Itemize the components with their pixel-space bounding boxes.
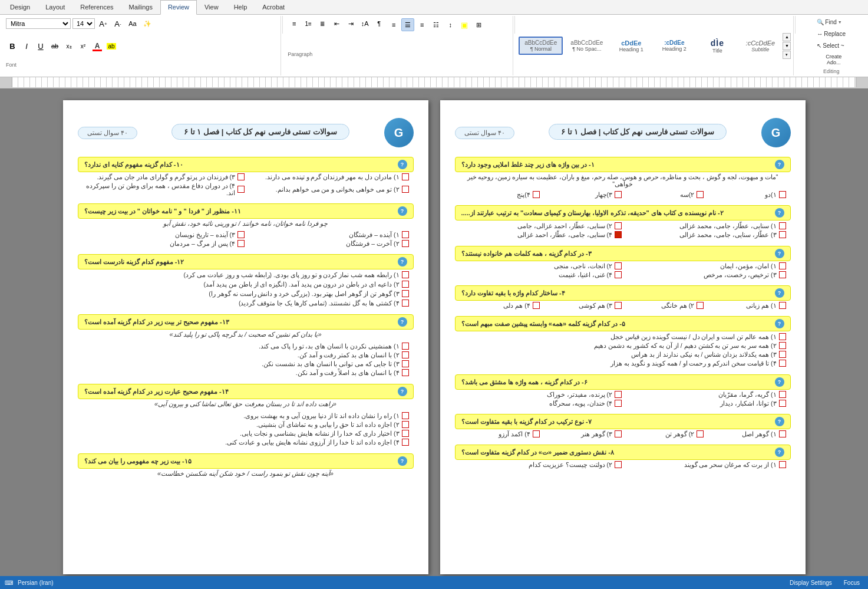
- style-heading2-swatch[interactable]: :cDdEe Heading 2: [654, 37, 695, 55]
- q8-check1[interactable]: [779, 461, 786, 468]
- q6-check2[interactable]: [615, 391, 622, 398]
- italic-btn[interactable]: I: [20, 40, 33, 52]
- q14-check3[interactable]: [402, 430, 409, 437]
- q13-check3[interactable]: [402, 360, 409, 367]
- q6-check3[interactable]: [779, 400, 786, 407]
- q7-check1[interactable]: [779, 430, 786, 437]
- q3-check1[interactable]: [779, 262, 786, 269]
- grow-font-btn[interactable]: A+: [97, 17, 110, 30]
- decrease-indent-btn[interactable]: ⇤: [330, 17, 343, 30]
- q12-check2[interactable]: [402, 281, 409, 288]
- style-subtitle-swatch[interactable]: :cCcDdEe Subtitle: [740, 37, 781, 55]
- q3-check3[interactable]: [779, 271, 786, 278]
- q3-check2[interactable]: [615, 262, 622, 269]
- borders-btn[interactable]: ⊞: [472, 18, 485, 31]
- q14-check2[interactable]: [402, 421, 409, 428]
- q7-check4[interactable]: [533, 430, 540, 437]
- font-size-select[interactable]: 14: [72, 18, 95, 29]
- find-btn[interactable]: 🔍 Find ▼: [814, 17, 849, 27]
- q4-check3[interactable]: [615, 302, 622, 309]
- clear-format-btn[interactable]: ✨: [141, 17, 154, 30]
- strikethrough-btn[interactable]: ab: [48, 40, 61, 52]
- change-case-btn[interactable]: Aa: [126, 17, 139, 30]
- font-name-select[interactable]: Mitra: [6, 18, 71, 29]
- q14-check4[interactable]: [402, 439, 409, 446]
- tab-layout[interactable]: Layout: [38, 0, 72, 14]
- style-normal-swatch[interactable]: aBbCcDdEe ¶ Normal: [519, 37, 563, 55]
- create-btn[interactable]: CreateAdo...: [823, 52, 844, 67]
- shrink-font-btn[interactable]: A-: [111, 17, 124, 30]
- justify-btn[interactable]: ☷: [430, 18, 443, 31]
- font-color-btn[interactable]: A: [91, 40, 104, 52]
- q8-check2[interactable]: [615, 461, 622, 468]
- q3-check4[interactable]: [615, 271, 622, 278]
- styles-expand[interactable]: ▾: [783, 51, 791, 59]
- q10-check2[interactable]: [402, 186, 409, 193]
- align-center-btn[interactable]: ☰: [401, 18, 414, 31]
- line-spacing-btn[interactable]: ↕: [444, 18, 457, 31]
- q10-check3[interactable]: [237, 173, 245, 180]
- tab-mailings[interactable]: Mailings: [121, 0, 160, 14]
- display-settings-btn[interactable]: Display Settings: [786, 578, 836, 587]
- select-btn[interactable]: ↖ Select ~: [814, 41, 849, 51]
- q1-check2[interactable]: [697, 191, 704, 198]
- tab-design[interactable]: Design: [2, 0, 38, 14]
- style-title-swatch[interactable]: dÌe Title: [697, 35, 738, 57]
- subscript-btn[interactable]: x₂: [62, 40, 75, 52]
- q11-check2[interactable]: [402, 240, 409, 247]
- multilevel-btn[interactable]: ≣: [316, 17, 329, 30]
- q6-check1[interactable]: [779, 391, 786, 398]
- q7-check2[interactable]: [697, 430, 704, 437]
- align-left-btn[interactable]: ≡: [387, 18, 400, 31]
- tab-review[interactable]: Review: [160, 0, 197, 15]
- q6-check4[interactable]: [615, 400, 622, 407]
- bold-btn[interactable]: B: [6, 40, 19, 52]
- q5-check2[interactable]: [779, 342, 786, 349]
- bullets-btn[interactable]: ≡: [288, 17, 301, 30]
- q2-check1[interactable]: [779, 222, 786, 229]
- replace-btn[interactable]: ↔ Replace: [814, 29, 849, 39]
- tab-help[interactable]: Help: [226, 0, 255, 14]
- numbering-btn[interactable]: 1≡: [302, 17, 315, 30]
- q10-check4[interactable]: [237, 186, 245, 193]
- q12-check3[interactable]: [402, 290, 409, 297]
- q13-check4[interactable]: [402, 369, 409, 376]
- q12-check4[interactable]: [402, 300, 409, 307]
- q1-check3[interactable]: [615, 191, 622, 198]
- align-right-btn[interactable]: ≡: [415, 18, 428, 31]
- q12-check1[interactable]: [402, 271, 409, 278]
- styles-scroll-down[interactable]: ▼: [783, 42, 791, 50]
- increase-indent-btn[interactable]: ⇥: [344, 17, 357, 30]
- q2-check4[interactable]: [615, 231, 622, 238]
- shading-btn[interactable]: ▣: [458, 18, 471, 31]
- show-formatting-btn[interactable]: ¶: [372, 17, 385, 30]
- tab-acrobat[interactable]: Acrobat: [255, 0, 292, 14]
- tab-references[interactable]: References: [72, 0, 121, 14]
- q4-check4[interactable]: [533, 302, 540, 309]
- q14-check1[interactable]: [402, 412, 409, 419]
- q2-check3[interactable]: [779, 231, 786, 238]
- styles-scroll-up[interactable]: ▲: [783, 33, 791, 41]
- q13-check1[interactable]: [402, 343, 409, 350]
- sort-btn[interactable]: ↕A: [358, 17, 371, 30]
- q11-check3[interactable]: [237, 231, 245, 238]
- q4-check1[interactable]: [779, 302, 786, 309]
- q2-check2[interactable]: [615, 222, 622, 229]
- highlight-btn[interactable]: ab: [105, 40, 118, 52]
- q4-check2[interactable]: [697, 302, 704, 309]
- q11-check4[interactable]: [237, 240, 245, 247]
- q5-check1[interactable]: [779, 333, 786, 340]
- q13-check2[interactable]: [402, 351, 409, 358]
- q11-check1[interactable]: [402, 231, 409, 238]
- q7-check3[interactable]: [615, 430, 622, 437]
- style-nospace-swatch[interactable]: aBbCcDdEe ¶ No Spac...: [565, 37, 609, 55]
- style-heading1-swatch[interactable]: cDdEe Heading 1: [610, 37, 652, 55]
- q5-check3[interactable]: [779, 351, 786, 358]
- q5-check4[interactable]: [779, 360, 786, 367]
- q1-check1[interactable]: [779, 191, 786, 198]
- q10-check1[interactable]: [402, 173, 409, 180]
- underline-btn[interactable]: U: [34, 40, 47, 52]
- q1-check4[interactable]: [533, 191, 540, 198]
- tab-view[interactable]: View: [197, 0, 226, 14]
- superscript-btn[interactable]: x²: [77, 40, 90, 52]
